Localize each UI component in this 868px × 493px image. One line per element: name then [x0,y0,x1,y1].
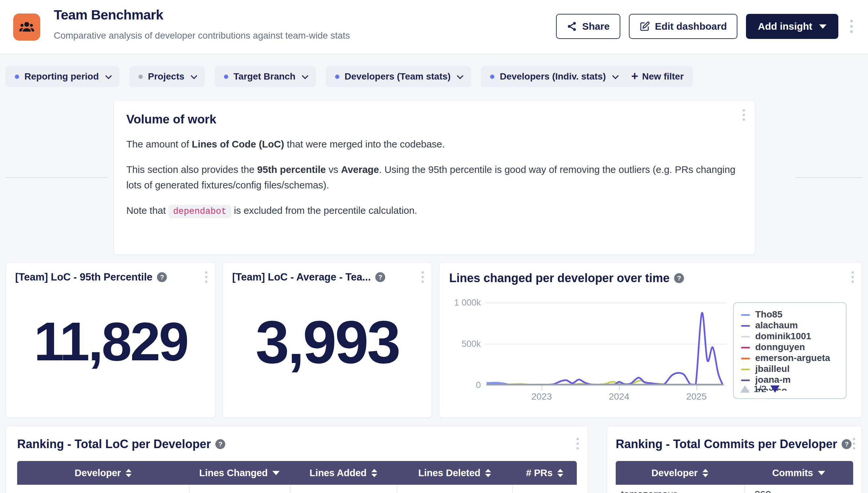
legend-label: emerson-argueta [755,353,830,363]
top-header: Team Benchmark Comparative analysis of d… [0,0,868,54]
filter-status-dot [335,74,339,79]
filter-status-dot [138,74,143,79]
legend-item[interactable]: alachaum [741,320,846,331]
legend-list: Tho85 alachaum dominik1001 donng [741,309,846,391]
legend-marker [741,314,750,316]
section-divider-right [796,177,862,178]
column-header[interactable]: Lines Changed [189,461,290,485]
metric-value: 3,993 [232,283,422,409]
legend-item[interactable]: Tho85 [741,309,846,320]
legend-marker [741,380,750,381]
card-kebab-menu[interactable] [421,271,424,283]
legend-item[interactable]: donnguyen [741,342,846,352]
filter-chip[interactable]: Target Branch [215,66,316,87]
metric-value: 11,829 [15,283,206,409]
sort-icon [371,469,377,477]
filter-chip[interactable]: Developers (Team stats) [326,66,471,87]
y-axis-tick-label: 500k [461,339,481,349]
new-filter-wrap: + New filter [622,66,693,87]
metric-card-loc-average: [Team] LoC - Average - Tea... ? 3,993 [223,262,432,418]
y-axis-tick-label: 1 000k [454,298,481,308]
add-insight-button[interactable]: Add insight [746,14,838,39]
developer-cell: tomazornour [616,485,744,493]
share-icon [566,21,577,32]
help-icon[interactable]: ? [842,439,851,449]
section-divider-left [6,177,108,178]
chart-legend: Tho85 alachaum dominik1001 donng [733,302,847,399]
page-title: Team Benchmark [54,7,163,23]
column-header[interactable]: Commits [744,461,853,485]
plus-icon: + [631,70,638,82]
filter-chip[interactable]: Projects [129,66,205,87]
sort-icon [557,469,563,477]
legend-page-down-icon[interactable] [771,385,780,393]
page-subtitle: Comparative analysis of developer contri… [54,30,350,41]
chart-title: Lines changed per developer over time [449,271,669,285]
help-icon[interactable]: ? [674,273,684,283]
legend-item[interactable]: jbailleul [741,363,846,374]
filter-chip[interactable]: Developers (Indiv. stats) [481,66,626,87]
header-kebab-menu[interactable] [847,17,856,36]
column-header[interactable]: Lines Deleted [397,461,512,485]
column-header[interactable]: Developer [17,461,189,485]
add-insight-label: Add insight [758,21,812,32]
column-header[interactable]: Lines Added [290,461,397,485]
filter-status-dot [15,74,19,79]
sort-icon [126,469,132,477]
column-label: # PRs [526,468,553,478]
column-header[interactable]: Developer [616,461,744,485]
legend-label: jbailleul [755,364,789,374]
sort-icon [272,471,280,475]
volume-paragraph-1: The amount of Lines of Code (LoC) that w… [126,136,736,152]
chevron-down-icon [302,72,308,79]
card-kebab-menu[interactable] [853,438,855,449]
chart-xaxis: 202320242025 [485,391,726,405]
legend-marker [741,347,750,348]
commits-cell: 260 [744,485,853,493]
sort-icon [703,469,708,477]
ranking-loc-card: Ranking - Total LoC per Developer ? Deve… [6,426,588,493]
chart-plot [485,303,726,385]
column-header[interactable]: # PRs [512,461,577,485]
dashboard-page: Team Benchmark Comparative analysis of d… [0,0,868,493]
card-kebab-menu[interactable] [851,271,854,283]
table-row[interactable]: tomazornour 260 [616,485,853,493]
legend-label: Tho85 [755,309,782,320]
column-label: Developer [74,468,121,478]
volume-paragraph-2: This section also provides the 95th perc… [126,162,736,193]
table-row[interactable] [17,485,577,493]
dashboard-logo [13,14,40,41]
filter-bar: Reporting period Projects Target Branch … [6,66,626,87]
edit-dashboard-button[interactable]: Edit dashboard [629,14,737,39]
legend-marker [741,358,750,359]
metric-title: [Team] LoC - Average - Tea... [232,271,371,283]
filter-status-dot [224,74,228,79]
share-label: Share [582,21,609,32]
column-label: Lines Added [310,468,367,478]
share-button[interactable]: Share [556,14,620,39]
chevron-down-icon [457,72,464,79]
ranking-commits-card: Ranking - Total Commits per Developer ? … [607,426,862,493]
help-icon[interactable]: ? [157,272,167,282]
legend-label: donnguyen [755,342,805,352]
new-filter-button[interactable]: + New filter [622,66,693,87]
new-filter-label: New filter [642,71,684,82]
legend-item[interactable]: dominik1001 [741,331,846,342]
help-icon[interactable]: ? [375,272,385,282]
card-kebab-menu[interactable] [577,438,579,449]
filter-chip-label: Projects [148,71,185,82]
chevron-down-icon [191,72,197,79]
chevron-down-icon [105,72,112,79]
ranking-commits-header-row: Developer Commits [616,461,853,485]
legend-page-up-icon[interactable] [740,385,750,393]
column-label: Lines Changed [199,468,268,478]
legend-label: alachaum [755,320,798,331]
card-kebab-menu[interactable] [205,271,207,283]
filter-chip[interactable]: Reporting period [6,66,119,87]
legend-item[interactable]: emerson-argueta [741,352,846,363]
help-icon[interactable]: ? [215,439,225,449]
card-kebab-menu[interactable] [743,109,745,121]
legend-marker [741,336,750,338]
filter-chip-label: Target Branch [233,71,295,82]
people-group-icon [18,19,35,36]
